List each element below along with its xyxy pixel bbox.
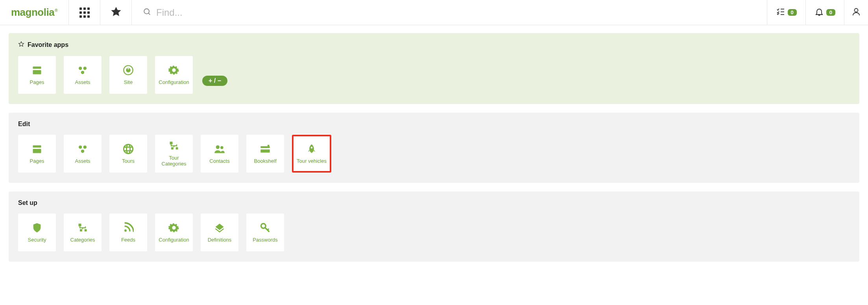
- svg-rect-24: [176, 147, 178, 150]
- app-tile-contacts[interactable]: Contacts: [201, 135, 238, 173]
- gear-icon: [168, 65, 179, 76]
- app-tile-assets[interactable]: Assets: [64, 56, 102, 94]
- svg-rect-14: [33, 149, 41, 153]
- svg-rect-22: [170, 142, 173, 145]
- tasks-count: 0: [788, 9, 797, 16]
- app-tile-site[interactable]: Site: [109, 56, 147, 94]
- app-launcher: Favorite apps Pages Assets Site Configur…: [0, 25, 868, 278]
- search-icon: [143, 7, 155, 18]
- svg-rect-23: [171, 147, 174, 150]
- svg-point-30: [311, 147, 313, 149]
- svg-point-16: [83, 145, 87, 149]
- setup-header: Set up: [18, 199, 850, 206]
- svg-rect-7: [33, 70, 41, 74]
- app-tile-definitions[interactable]: Definitions: [201, 214, 238, 251]
- app-tile-categories[interactable]: Categories: [64, 214, 102, 251]
- tasks-icon: [776, 7, 785, 18]
- setup-section: Set up Security Categories Feeds Configu…: [9, 192, 859, 262]
- key-icon: [260, 222, 271, 233]
- svg-rect-32: [80, 229, 82, 231]
- app-tile-label: Tours: [122, 158, 135, 164]
- app-tile-label: Definitions: [208, 237, 232, 243]
- star-icon: [111, 7, 121, 19]
- favorites-tiles: Pages Assets Site Configuration + / −: [18, 56, 850, 94]
- svg-point-17: [81, 149, 84, 152]
- svg-point-18: [124, 144, 133, 153]
- edit-tiles: Pages Assets Tours Tour Categories Conta…: [18, 135, 850, 173]
- edit-title: Edit: [18, 121, 30, 128]
- assets-icon: [77, 143, 88, 154]
- app-tile-label: Tour vehicles: [297, 158, 327, 164]
- assets-icon: [77, 65, 88, 76]
- bell-icon: [814, 7, 824, 18]
- contacts-icon: [214, 143, 225, 154]
- app-tile-label: Tour Categories: [157, 155, 191, 167]
- app-tile-security[interactable]: Security: [18, 214, 56, 251]
- bookshelf-icon: [260, 143, 271, 154]
- svg-rect-33: [85, 229, 87, 231]
- svg-rect-6: [33, 66, 41, 69]
- app-tile-bookshelf[interactable]: Bookshelf: [246, 135, 284, 173]
- favorites-title: Favorite apps: [28, 41, 68, 48]
- svg-point-0: [144, 9, 149, 14]
- edit-section: Edit Pages Assets Tours Tour Categories …: [9, 113, 859, 183]
- app-tile-label: Pages: [30, 158, 44, 164]
- pages-icon: [31, 143, 42, 154]
- user-icon: [851, 7, 861, 18]
- search-area: [131, 0, 767, 25]
- favorites-button[interactable]: [100, 0, 131, 25]
- shield-icon: [31, 222, 42, 233]
- app-tile-feeds[interactable]: Feeds: [109, 214, 147, 251]
- app-tile-label: Passwords: [253, 237, 278, 243]
- edit-header: Edit: [18, 121, 850, 128]
- logo-text: magnolia®: [11, 6, 57, 19]
- app-tile-assets[interactable]: Assets: [64, 135, 102, 173]
- search-input[interactable]: [155, 7, 313, 19]
- edit-favorites-button[interactable]: + / −: [202, 76, 227, 86]
- notifications-count: 0: [826, 9, 835, 16]
- pages-icon: [31, 65, 42, 76]
- svg-rect-29: [268, 145, 270, 146]
- app-tile-passwords[interactable]: Passwords: [246, 214, 284, 251]
- svg-point-26: [220, 146, 223, 149]
- app-tile-configuration[interactable]: Configuration: [155, 56, 193, 94]
- app-tile-tours[interactable]: Tours: [109, 135, 147, 173]
- definitions-icon: [214, 222, 225, 233]
- tasks-button[interactable]: 0: [767, 0, 805, 25]
- setup-tiles: Security Categories Feeds Configuration …: [18, 214, 850, 251]
- app-tile-tour-categories[interactable]: Tour Categories: [155, 135, 193, 173]
- svg-point-15: [79, 145, 82, 149]
- notifications-button[interactable]: 0: [805, 0, 844, 25]
- svg-point-34: [124, 229, 127, 232]
- app-tile-label: Assets: [75, 158, 90, 164]
- svg-point-8: [79, 67, 82, 70]
- svg-point-9: [83, 67, 87, 70]
- app-tile-label: Assets: [75, 80, 90, 86]
- site-icon: [123, 65, 134, 76]
- app-tile-pages[interactable]: Pages: [18, 56, 56, 94]
- app-tile-label: Contacts: [209, 158, 229, 164]
- header-right: 0 0: [767, 0, 868, 25]
- apps-grid-button[interactable]: [68, 0, 100, 25]
- app-tile-configuration[interactable]: Configuration: [155, 214, 193, 251]
- grid-icon: [79, 7, 90, 18]
- svg-rect-27: [260, 146, 270, 148]
- categories-icon: [77, 222, 88, 233]
- app-tile-label: Configuration: [159, 80, 189, 86]
- setup-title: Set up: [18, 199, 37, 206]
- app-tile-label: Categories: [70, 237, 95, 243]
- app-tile-label: Configuration: [159, 237, 189, 243]
- categories-icon: [168, 140, 179, 151]
- user-button[interactable]: [844, 0, 868, 25]
- svg-point-19: [126, 144, 130, 153]
- app-tile-tour-vehicles[interactable]: Tour vehicles: [292, 135, 331, 173]
- app-tile-label: Pages: [30, 80, 44, 86]
- rocket-icon: [306, 143, 317, 154]
- svg-rect-31: [79, 223, 81, 226]
- svg-point-25: [216, 145, 220, 149]
- logo[interactable]: magnolia®: [0, 0, 68, 25]
- app-tile-label: Security: [28, 237, 46, 243]
- svg-rect-28: [260, 149, 270, 152]
- app-tile-pages[interactable]: Pages: [18, 135, 56, 173]
- gear-icon: [168, 222, 179, 233]
